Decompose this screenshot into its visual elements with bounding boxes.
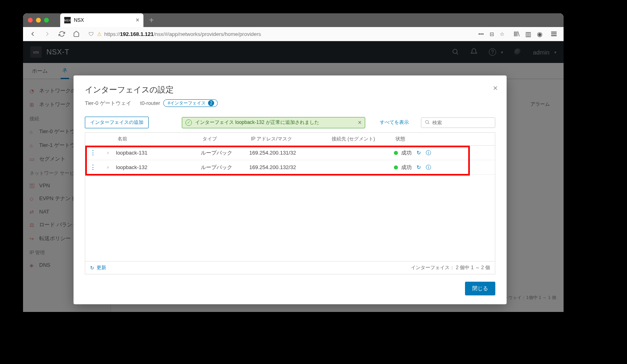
info-icon[interactable]: ⓘ (426, 164, 431, 171)
reload-button[interactable] (56, 28, 67, 40)
col-ip: IP アドレス/マスク (249, 136, 330, 142)
window-close-dot[interactable] (28, 18, 33, 23)
row-type: ループバック (201, 149, 249, 157)
row-ip: 169.254.200.131/32 (249, 150, 330, 156)
success-alert: ✓ インターフェイス loopback-132 が正常に追加されました × (182, 117, 365, 128)
modal-actions: 閉じる (74, 274, 507, 304)
show-all-link[interactable]: すべてを表示 (380, 119, 409, 126)
new-tab-button[interactable]: + (149, 16, 154, 25)
refresh-icon: ↻ (90, 265, 94, 271)
library-icon[interactable]: Ⅲ\ (513, 30, 520, 38)
table-row: ⋮ loopback-131 ループバック 169.254.200.131/32… (85, 146, 495, 160)
url-text: https://192.168.1.121/nsx/#/app/networks… (104, 31, 261, 37)
modal-sub-router: t0-router (140, 100, 160, 106)
tab-title: NSX (74, 17, 84, 23)
row-menu-icon[interactable]: ⋮ (85, 163, 100, 171)
row-name: loopback-132 (116, 164, 201, 170)
row-menu-icon[interactable]: ⋮ (85, 149, 100, 157)
browser-tab[interactable]: NSX NSX × (60, 13, 143, 27)
tab-close-icon[interactable]: × (136, 17, 139, 24)
col-type: タイプ (201, 136, 249, 142)
col-name: 名前 (116, 136, 201, 142)
interface-table: 名前 タイプ IP アドレス/マスク 接続先 (セグメント) 状態 ⋮ loop… (85, 132, 495, 274)
browser-window: NSX NSX × + 🛡 ⚠ https://192.168.1.121/ns… (23, 13, 564, 312)
url-bar: 🛡 ⚠ https://192.168.1.121/nsx/#/app/netw… (23, 27, 564, 41)
alert-close-icon[interactable]: × (358, 119, 362, 126)
table-footer: ↻ 更新 インターフェイス： 2 個中 1 ～ 2 個 (85, 261, 495, 274)
account-icon[interactable]: ◉ (537, 30, 543, 38)
info-icon[interactable]: ⓘ (426, 149, 431, 157)
tab-bar: NSX NSX × + (60, 13, 154, 27)
status-dot-icon (394, 151, 398, 155)
close-button[interactable]: 閉じる (465, 282, 495, 295)
search-input[interactable] (432, 120, 492, 126)
interface-modal: × インターフェイスの設定 Tier-0 ゲートウェイ t0-router #イ… (74, 75, 507, 304)
row-status: 成功 (401, 164, 412, 171)
col-status: 状態 (394, 136, 490, 142)
add-interface-button[interactable]: インターフェイスの追加 (85, 117, 149, 128)
modal-sub-label: Tier-0 ゲートウェイ (85, 100, 131, 107)
search-icon (425, 119, 430, 126)
row-expand-icon[interactable] (100, 165, 116, 169)
forward-button[interactable] (42, 28, 53, 40)
row-expand-icon[interactable] (100, 151, 116, 155)
home-button[interactable] (71, 28, 82, 40)
chip-count: 2 (208, 100, 214, 106)
modal-close-button[interactable]: × (493, 84, 498, 93)
refresh-button[interactable]: ↻ 更新 (90, 264, 106, 271)
modal-header: インターフェイスの設定 Tier-0 ゲートウェイ t0-router #インタ… (74, 75, 507, 111)
search-box[interactable] (421, 117, 495, 128)
back-button[interactable] (27, 28, 38, 40)
status-dot-icon (394, 165, 398, 169)
check-icon: ✓ (185, 119, 192, 126)
row-type: ループバック (201, 164, 249, 171)
row-count-label: インターフェイス： 2 個中 1 ～ 2 個 (411, 264, 490, 271)
alert-text: インターフェイス loopback-132 が正常に追加されました (195, 119, 319, 126)
window-controls: NSX NSX × + (23, 13, 564, 27)
row-ip: 169.254.200.132/32 (249, 164, 330, 170)
url-dots-icon[interactable]: ••• (478, 31, 484, 37)
sidebar-toggle-icon[interactable]: ▥ (525, 30, 531, 38)
window-max-dot[interactable] (44, 18, 49, 23)
tab-favicon: NSX (64, 17, 71, 23)
bookmark-icon[interactable]: ☆ (500, 31, 505, 37)
interface-count-chip[interactable]: #インターフェイス 2 (163, 99, 218, 107)
lock-warning-icon: ⚠ (97, 31, 102, 37)
row-status: 成功 (401, 149, 412, 157)
url-input[interactable]: 🛡 ⚠ https://192.168.1.121/nsx/#/app/netw… (85, 28, 510, 40)
app-root: vm NSX-T ? ▾ admin ▾ ホーム ネ ◔ネットワークの ⊞ネット… (23, 41, 564, 312)
window-min-dot[interactable] (36, 18, 41, 23)
svg-line-6 (428, 123, 429, 124)
shield-icon: 🛡 (88, 31, 94, 37)
refresh-icon[interactable]: ↻ (417, 150, 421, 156)
refresh-icon[interactable]: ↻ (417, 164, 421, 170)
col-conn: 接続先 (セグメント) (330, 136, 394, 142)
table-header: 名前 タイプ IP アドレス/マスク 接続先 (セグメント) 状態 (85, 133, 495, 146)
svg-point-5 (425, 120, 429, 123)
modal-toolbar: インターフェイスの追加 ✓ インターフェイス loopback-132 が正常に… (74, 111, 507, 132)
table-row: ⋮ loopback-132 ループバック 169.254.200.132/32… (85, 160, 495, 175)
protection-icon[interactable]: ⊟ (490, 31, 494, 37)
row-name: loopback-131 (116, 150, 201, 156)
modal-title: インターフェイスの設定 (85, 84, 495, 95)
menu-button[interactable] (548, 28, 560, 40)
